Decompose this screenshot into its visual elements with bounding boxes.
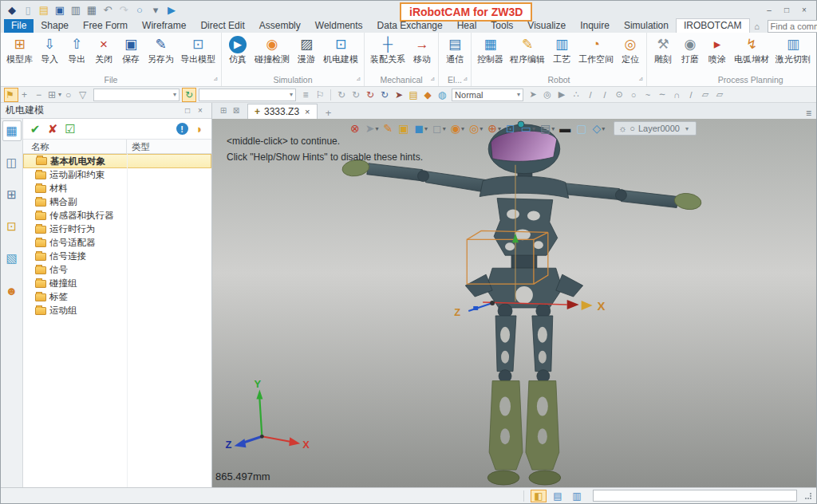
remove-entity-icon[interactable]: − [33,88,47,102]
tab-bar-menu-icon[interactable]: ≡ [801,108,816,119]
scatter-points-icon[interactable]: ∴ [569,88,583,102]
dialog-launcher-icon[interactable]: ⊿ [213,73,218,85]
pick-arrow-icon[interactable]: ➤ [392,88,406,102]
tab-free-form[interactable]: Free Form [76,19,135,33]
tab-wireframe[interactable]: Wireframe [135,19,193,33]
tree-item-materials[interactable]: 材料 [23,182,211,195]
wireframe-display-icon[interactable]: ◻▾ [430,120,448,136]
grinding-button[interactable]: ◉ 打磨 [677,34,704,65]
filter-funnel-icon[interactable]: ▽ [77,88,91,102]
eraser-icon[interactable]: ✎ [381,120,396,136]
tree-item-runtime-behavior[interactable]: 运行时行为 [23,222,211,236]
graphics-canvas[interactable]: ⊗ ➤▾ ✎ [212,119,816,487]
tab-inquire[interactable]: Inquire [573,19,617,33]
display-settings-icon[interactable]: ≡ [298,88,313,102]
column-type[interactable]: 类型 [127,140,211,153]
library-package-icon[interactable]: ◆ [420,88,435,102]
info-icon[interactable]: ! [173,121,191,137]
circle-icon[interactable]: ○ [626,88,641,102]
find-command-input[interactable] [768,22,817,31]
play-small-icon[interactable]: ▶ [555,88,569,102]
workspace-button[interactable]: ◔ 工作空间 [575,34,617,65]
collision-detect-button[interactable]: ◉ 碰撞检测 [251,34,293,65]
regen-assembly-icon[interactable]: ↻ [349,88,363,102]
tab-close-icon[interactable]: × [305,107,310,116]
view-monitor-icon[interactable]: ▤▾ [538,120,557,136]
tree-item-couplings[interactable]: 耦合副 [23,195,211,209]
regen-history-icon[interactable]: ↻ [377,88,392,102]
polyline-icon[interactable]: ~ [641,88,655,102]
line-icon[interactable]: / [583,88,598,102]
target-part-dropdown[interactable]: ▾ [199,89,296,101]
pick-box-icon[interactable]: ⊞▾ [47,88,62,102]
dialog-launcher-icon[interactable]: ⊿ [638,73,643,85]
import-button[interactable]: ⇩ 导入 [36,34,63,65]
regen-outdated-icon[interactable]: ↻ [363,88,377,102]
welding-button[interactable]: ◣ 焊接 [814,34,816,65]
controller-button[interactable]: ▦ 控制器 [474,34,507,65]
laser-cutting-button[interactable]: ▥ 激光切割 [772,34,814,65]
save-icon[interactable]: ▣ [52,2,68,17]
highlight-box-icon[interactable]: ▢ [574,120,590,136]
save-button[interactable]: ▣ 保存 [117,34,144,65]
hierarchy-icon[interactable]: ⊞ [2,184,22,205]
tree-item-collision-groups[interactable]: 碰撞组 [23,277,211,290]
dialog-launcher-icon[interactable]: ⊿ [463,73,468,85]
tree-item-basic-mechatronic-objects[interactable]: 基本机电对象 [23,154,211,168]
alert-bell-icon[interactable]: ⚐ [313,88,327,102]
minimize-button[interactable]: – [760,3,778,16]
maximize-button[interactable]: □ [778,3,795,16]
home-icon[interactable]: ⌂ [750,20,764,33]
unfold-box-icon[interactable]: ▣ [396,120,412,136]
positioning-button[interactable]: ◎ 定位 [617,34,644,65]
play-icon[interactable]: ▶ [164,2,180,17]
tree-item-tags[interactable]: 标签 [23,290,211,304]
tab-irobotcam[interactable]: IROBOTCAM [676,18,750,33]
browser-globe-icon[interactable]: ◍ [435,88,449,102]
arc-additive-button[interactable]: ↯ 电弧增材 [731,34,772,65]
tab-assembly[interactable]: Assembly [252,19,308,33]
new-tab-button[interactable]: + [321,107,337,119]
tree-item-joints-and-constraints[interactable]: 运动副和约束 [23,168,211,182]
qa-caret-icon[interactable]: ▾ [148,2,164,17]
resize-grip[interactable] [805,493,811,499]
regen-part-icon[interactable]: ↻ [334,88,349,102]
spline-icon[interactable]: ∼ [655,88,669,102]
mechatronics-manager-icon[interactable]: ▦ [2,120,22,141]
confirm-button[interactable]: ✔ [26,121,44,137]
assembly-node-icon[interactable]: ◫ [2,152,22,173]
part-window-icon[interactable]: ⊡ [2,216,22,237]
add-entity-icon[interactable]: + [18,88,33,102]
fit-all-icon[interactable]: ⊡ [503,120,519,136]
save-as-button[interactable]: ✎ 另存为 [144,34,177,65]
export-button[interactable]: ⇧ 导出 [63,34,90,65]
open-file-icon[interactable]: ▤ [36,2,52,17]
zoom-window-icon[interactable]: ▭▾ [519,120,538,136]
point-snap-icon[interactable]: ◎ [540,88,555,102]
zoom-region-icon[interactable]: ◎▾ [467,120,485,136]
entity-filter-dropdown[interactable]: ▾ [93,89,180,101]
circle-center-icon[interactable]: ⊙ [612,88,626,102]
tree-item-signal-connections[interactable]: 信号连接 [23,250,211,263]
tab-simulation[interactable]: Simulation [617,19,676,33]
shaded-display-icon[interactable]: ◼▾ [412,120,430,136]
assembly-relation-button[interactable]: ┼ 装配关系 [367,34,408,65]
tab-weldments[interactable]: Weldments [308,19,370,33]
move-button[interactable]: → 移动 [408,34,436,65]
mechatronics-modeling-button[interactable]: ⊡ 机电建模 [320,34,361,65]
angled-line-icon[interactable]: / [684,88,698,102]
panel-toggle-icon[interactable]: ◧ [531,490,547,502]
redo-icon[interactable]: ↷ [116,2,132,17]
background-icon[interactable]: ▬ [557,120,574,136]
apply-check-button[interactable]: ☑ [61,121,79,137]
line2-icon[interactable]: / [598,88,612,102]
dock-panel-icon[interactable]: □ [181,106,194,115]
process-button[interactable]: ▥ 工艺 [548,34,575,65]
spray-button[interactable]: ▸ 喷涂 [704,34,731,65]
layer-dropdown[interactable]: ☼ ○ Layer0000 ▾ [614,121,697,136]
simulate-button[interactable]: ▶ 仿真 [224,34,251,65]
user-role-icon[interactable]: ☻ [2,280,22,301]
tree-item-signal-adapters[interactable]: 信号适配器 [23,236,211,250]
dialog-launcher-icon[interactable]: ⊿ [430,73,435,85]
print-icon[interactable]: ▥ [68,2,84,17]
